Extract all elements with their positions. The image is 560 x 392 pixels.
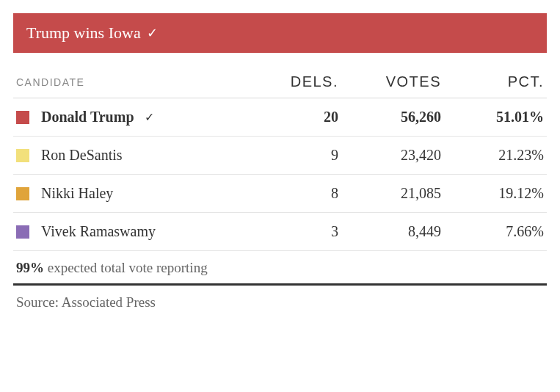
source-line: Source: Associated Press (13, 286, 547, 319)
color-swatch (16, 149, 29, 162)
cell-pct: 7.66% (448, 223, 544, 240)
candidate-name-text: Ron DeSantis (41, 147, 123, 164)
cell-votes: 23,420 (346, 147, 441, 164)
cell-dels: 20 (265, 109, 338, 126)
reporting-footer: 99% expected total vote reporting (13, 251, 547, 286)
cell-dels: 9 (265, 147, 338, 164)
candidate-name: Donald Trump✓ (41, 109, 258, 126)
cell-votes: 8,449 (346, 223, 441, 240)
reporting-pct: 99% (16, 260, 44, 275)
candidate-name-text: Vivek Ramaswamy (41, 223, 156, 240)
color-swatch (16, 187, 29, 200)
header-dels: DELS. (265, 73, 338, 90)
candidate-name: Ron DeSantis (41, 147, 258, 164)
result-banner: Trump wins Iowa ✓ (13, 13, 547, 53)
cell-pct: 19.12% (448, 185, 544, 202)
color-swatch (16, 225, 29, 239)
header-candidate: CANDIDATE (16, 76, 258, 88)
reporting-text: expected total vote reporting (44, 260, 208, 275)
banner-text: Trump wins Iowa (26, 23, 141, 43)
cell-dels: 8 (265, 185, 338, 202)
cell-dels: 3 (265, 223, 338, 240)
table-row: Nikki Haley821,08519.12% (13, 175, 547, 213)
cell-pct: 51.01% (448, 109, 544, 126)
table-row: Vivek Ramaswamy38,4497.66% (13, 213, 547, 251)
results-table: CANDIDATE DELS. VOTES PCT. Donald Trump✓… (13, 60, 547, 251)
cell-pct: 21.23% (448, 147, 544, 164)
candidate-name: Nikki Haley (41, 185, 258, 202)
candidate-name: Vivek Ramaswamy (41, 223, 258, 240)
color-swatch (16, 111, 29, 124)
header-pct: PCT. (448, 73, 544, 90)
table-row: Donald Trump✓2056,26051.01% (13, 98, 547, 137)
candidate-name-text: Donald Trump (41, 109, 134, 126)
cell-votes: 21,085 (346, 185, 441, 202)
table-row: Ron DeSantis923,42021.23% (13, 137, 547, 175)
cell-votes: 56,260 (346, 109, 441, 126)
candidate-name-text: Nikki Haley (41, 185, 113, 202)
check-icon: ✓ (147, 25, 158, 41)
check-icon: ✓ (145, 110, 154, 124)
header-votes: VOTES (346, 73, 441, 90)
table-header-row: CANDIDATE DELS. VOTES PCT. (13, 60, 547, 98)
